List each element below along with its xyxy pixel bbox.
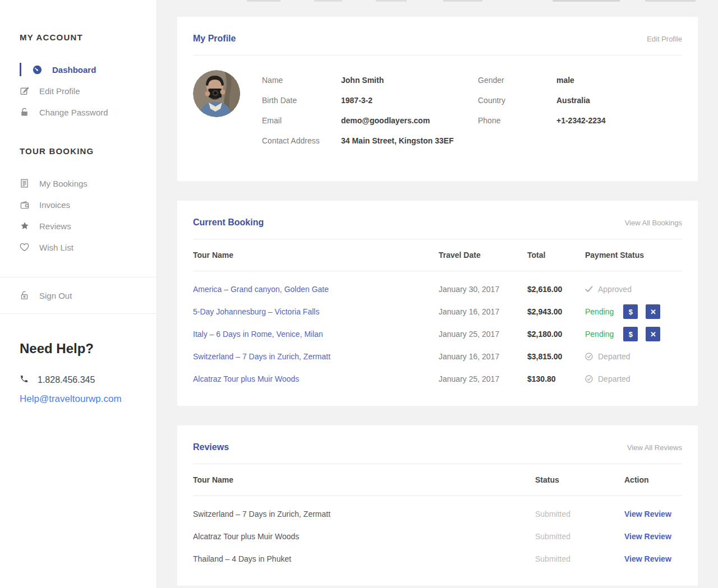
cancel-button[interactable]: ✕	[646, 327, 660, 341]
status-label: Pending	[585, 330, 614, 339]
status-label: Departed	[598, 352, 630, 361]
tour-name-link[interactable]: Switzerland – 7 Days in Zurich, Zermatt	[193, 352, 439, 361]
table-row: 5-Day Johannesburg – Victoria Falls Janu…	[193, 300, 682, 323]
my-profile-card: My Profile Edit Profile	[177, 17, 698, 181]
table-row: Switzerland – 7 Days in Zurich, Zermatt …	[193, 503, 682, 525]
sidebar-item-label: Reviews	[39, 221, 71, 231]
sidebar-item-invoices[interactable]: Invoices	[20, 194, 140, 215]
page: MY ACCOUNT Dashboard Edit Profile Chang	[0, 0, 718, 588]
sidebar-item-wish-list[interactable]: Wish List	[20, 237, 140, 258]
total-amount: $130.80	[527, 374, 585, 383]
reviews-card: Reviews View All Reviews Tour Name Statu…	[177, 425, 698, 586]
table-row: Switzerland – 7 Days in Zurich, Zermatt …	[193, 345, 682, 368]
view-review-link[interactable]: View Review	[624, 510, 682, 518]
table-row: Alcatraz Tour plus Muir Woods Submitted …	[193, 525, 682, 548]
view-review-link[interactable]: View Review	[624, 532, 682, 541]
column-header: Payment Status	[585, 251, 682, 260]
review-status: Submitted	[535, 510, 624, 518]
booking-table-header: Tour Name Travel Date Total Payment Stat…	[193, 239, 682, 271]
edit-profile-link[interactable]: Edit Profile	[647, 35, 682, 43]
check-icon	[585, 286, 593, 293]
field-label: Contact Address	[262, 136, 341, 145]
tour-name-link[interactable]: America – Grand canyon, Golden Gate	[193, 285, 439, 294]
tour-booking-heading: TOUR BOOKING	[20, 146, 140, 156]
dashboard-icon	[33, 65, 42, 75]
payment-status: Pending $ ✕	[585, 304, 682, 319]
field-label: Gender	[478, 76, 556, 85]
view-all-bookings-link[interactable]: View All Bookings	[625, 219, 682, 227]
profile-field: Country Australia	[478, 90, 606, 110]
sidebar-item-sign-out[interactable]: Sign Out	[20, 284, 140, 307]
review-status: Submitted	[535, 554, 624, 563]
sidebar-item-label: Change Password	[39, 108, 108, 117]
divider	[193, 55, 682, 55]
field-value: demo@goodlayers.com	[341, 116, 430, 125]
profile-field: Birth Date 1987-3-2	[262, 90, 478, 110]
sidebar-item-my-bookings[interactable]: My Bookings	[20, 173, 140, 194]
heart-icon	[20, 243, 29, 252]
column-header: Status	[535, 475, 624, 484]
bookings-icon	[20, 179, 29, 188]
sidebar-item-change-password[interactable]: Change Password	[20, 101, 140, 123]
total-amount: $2,616.00	[527, 285, 585, 294]
profile-field: Contact Address 34 Main Street, Kingston…	[262, 131, 478, 151]
field-value: 1987-3-2	[341, 96, 372, 105]
travel-date: January 25, 2017	[439, 374, 527, 383]
field-value: John Smith	[341, 76, 384, 85]
sidebar-item-label: Dashboard	[52, 65, 96, 75]
column-header: Tour Name	[193, 251, 439, 260]
travel-date: January 25, 2017	[439, 330, 527, 339]
table-row: Thailand – 4 Days in Phuket Submitted Vi…	[193, 548, 682, 570]
edit-icon	[20, 86, 29, 95]
signout-section: Sign Out	[0, 277, 157, 314]
total-amount: $3,815.00	[527, 352, 585, 361]
tour-name: Alcatraz Tour plus Muir Woods	[193, 532, 535, 541]
table-row: Italy – 6 Days in Rome, Venice, Milan Ja…	[193, 323, 682, 345]
cancel-button[interactable]: ✕	[646, 304, 660, 319]
field-value: male	[556, 76, 574, 85]
sidebar-item-reviews[interactable]: Reviews	[20, 215, 140, 237]
payment-status: Approved	[585, 285, 682, 294]
payment-status: Pending $ ✕	[585, 327, 682, 341]
field-value: +1-2342-2234	[556, 116, 606, 125]
star-icon	[20, 221, 29, 230]
reviews-table-header: Tour Name Status Action	[193, 464, 682, 496]
tour-name-link[interactable]: 5-Day Johannesburg – Victoria Falls	[193, 307, 439, 316]
account-nav: Dashboard Edit Profile Change Password	[20, 59, 140, 123]
active-indicator	[20, 63, 21, 76]
sidebar-item-label: Wish List	[39, 243, 73, 252]
phone-icon	[20, 374, 29, 386]
help-email-link[interactable]: Help@traveltourwp.com	[20, 393, 140, 405]
column-header: Action	[624, 475, 682, 484]
view-review-link[interactable]: View Review	[624, 554, 682, 563]
tour-name: Thailand – 4 Days in Phuket	[193, 554, 535, 563]
pay-button[interactable]: $	[623, 304, 638, 319]
review-status: Submitted	[535, 532, 624, 541]
circle-check-icon	[585, 353, 593, 360]
tour-name-link[interactable]: Alcatraz Tour plus Muir Woods	[193, 374, 439, 383]
tour-name: Switzerland – 7 Days in Zurich, Zermatt	[193, 510, 535, 518]
view-all-reviews-link[interactable]: View All Reviews	[627, 443, 682, 452]
sidebar-item-edit-profile[interactable]: Edit Profile	[20, 80, 140, 101]
signout-lock-icon	[20, 291, 29, 300]
total-amount: $2,180.00	[527, 330, 585, 339]
sidebar-item-label: Edit Profile	[39, 86, 80, 96]
profile-fields-left: Name John Smith Birth Date 1987-3-2 Emai…	[262, 70, 478, 151]
help-phone-number: 1.828.456.345	[38, 375, 95, 385]
table-row: America – Grand canyon, Golden Gate Janu…	[193, 278, 682, 300]
reviews-table-body: Switzerland – 7 Days in Zurich, Zermatt …	[193, 496, 682, 570]
travel-date: January 16, 2017	[439, 352, 527, 361]
status-label: Departed	[598, 374, 630, 383]
avatar	[193, 70, 240, 117]
sidebar-item-dashboard[interactable]: Dashboard	[20, 59, 140, 80]
payment-status: Departed	[585, 374, 682, 383]
travel-date: January 16, 2017	[439, 307, 527, 316]
profile-field: Name John Smith	[262, 70, 478, 90]
pay-button[interactable]: $	[623, 327, 638, 341]
field-label: Email	[262, 116, 341, 125]
invoice-wallet-icon	[20, 201, 29, 209]
main-content: My Profile Edit Profile	[157, 0, 718, 588]
tour-name-link[interactable]: Italy – 6 Days in Rome, Venice, Milan	[193, 330, 439, 339]
booking-table-body: America – Grand canyon, Golden Gate Janu…	[193, 271, 682, 390]
sidebar: MY ACCOUNT Dashboard Edit Profile Chang	[0, 0, 157, 588]
